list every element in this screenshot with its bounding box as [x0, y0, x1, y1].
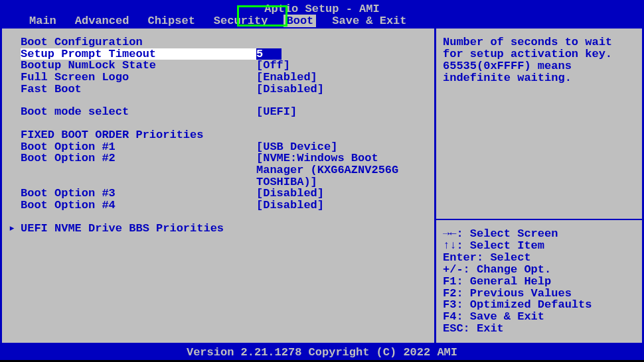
key-f4: F4: Save & Exit [443, 311, 635, 323]
numlock-row[interactable]: Bootup NumLock State [Off] [2, 60, 434, 72]
uefi-nvme-submenu[interactable]: ▸UEFI NVME Drive BBS Priorities [2, 223, 434, 235]
tab-boot[interactable]: Boot [283, 15, 316, 27]
boot-option-2-label: Boot Option #2 [21, 152, 256, 164]
boot-option-2-extra2: TOSHIBA)] [2, 176, 434, 188]
fixed-order-heading: FIXED BOOT ORDER Priorities [2, 129, 434, 141]
key-f1: F1: General Help [443, 276, 635, 288]
key-esc: ESC: Exit [443, 323, 635, 335]
setup-prompt-timeout-row[interactable]: Setup Prompt Timeout 5 [2, 48, 434, 60]
boot-option-3-value[interactable]: [Disabled] [256, 188, 324, 200]
main-frame: Boot Configuration Setup Prompt Timeout … [0, 27, 644, 345]
settings-panel: Boot Configuration Setup Prompt Timeout … [2, 29, 436, 343]
tab-chipset[interactable]: Chipset [145, 15, 197, 27]
boot-option-2-row[interactable]: Boot Option #2 [NVME:Windows Boot [2, 152, 434, 164]
fast-boot-row[interactable]: Fast Boot [Disabled] [2, 84, 434, 95]
key-f2: F2: Previous Values [443, 288, 635, 300]
fast-boot-value[interactable]: [Disabled] [256, 84, 324, 95]
fullscreen-logo-row[interactable]: Full Screen Logo [Enabled] [2, 72, 434, 84]
boot-option-2-extra1: Manager (KXG6AZNV256G [2, 164, 434, 176]
key-f3: F3: Optimized Defaults [443, 299, 635, 311]
boot-mode-row[interactable]: Boot mode select [UEFI] [2, 106, 434, 118]
uefi-nvme-submenu-label: UEFI NVME Drive BBS Priorities [21, 222, 224, 235]
fast-boot-label: Fast Boot [21, 84, 256, 95]
boot-option-3-label: Boot Option #3 [21, 188, 256, 200]
header-bar: Aptio Setup - AMI Main Advanced Chipset … [0, 0, 644, 27]
boot-option-2-value[interactable]: [NVME:Windows Boot [256, 152, 378, 164]
key-select-screen: →←: Select Screen [443, 228, 635, 240]
boot-option-1-label: Boot Option #1 [21, 141, 256, 153]
boot-option-1-value[interactable]: [USB Device] [256, 141, 337, 153]
help-panel: Number of seconds to wait for setup acti… [436, 29, 642, 343]
key-select-item: ↑↓: Select Item [443, 240, 635, 252]
boot-option-4-value[interactable]: [Disabled] [256, 200, 324, 211]
numlock-value[interactable]: [Off] [256, 60, 290, 72]
boot-mode-value[interactable]: [UEFI] [256, 106, 297, 118]
boot-option-4-label: Boot Option #4 [21, 200, 256, 211]
boot-option-4-row[interactable]: Boot Option #4 [Disabled] [2, 200, 434, 211]
key-change-opt: +/-: Change Opt. [443, 264, 635, 276]
app-title: Aptio Setup - AMI [0, 3, 644, 15]
keymap-help: →←: Select Screen ↑↓: Select Item Enter:… [436, 220, 642, 343]
help-text: Number of seconds to wait for setup acti… [443, 36, 635, 84]
setup-prompt-timeout-label: Setup Prompt Timeout [21, 48, 256, 60]
boot-option-3-row[interactable]: Boot Option #3 [Disabled] [2, 188, 434, 200]
submenu-arrow-icon: ▸ [9, 223, 21, 235]
boot-option-1-row[interactable]: Boot Option #1 [USB Device] [2, 141, 434, 153]
boot-mode-label: Boot mode select [21, 106, 256, 118]
tab-security[interactable]: Security [211, 15, 271, 27]
numlock-label: Bootup NumLock State [21, 60, 256, 72]
fullscreen-logo-label: Full Screen Logo [21, 72, 256, 84]
tab-main[interactable]: Main [27, 15, 59, 27]
key-enter: Enter: Select [443, 252, 635, 264]
fullscreen-logo-value[interactable]: [Enabled] [256, 72, 317, 84]
setup-prompt-timeout-value[interactable]: 5 [256, 48, 282, 60]
boot-config-heading: Boot Configuration [2, 36, 434, 48]
menu-tabs: Main Advanced Chipset Security Boot Save… [27, 15, 410, 27]
tab-save-exit[interactable]: Save & Exit [329, 15, 409, 27]
tab-advanced[interactable]: Advanced [72, 15, 132, 27]
footer-bar: Version 2.21.1278 Copyright (C) 2022 AMI [0, 345, 644, 360]
help-description: Number of seconds to wait for setup acti… [436, 29, 642, 220]
